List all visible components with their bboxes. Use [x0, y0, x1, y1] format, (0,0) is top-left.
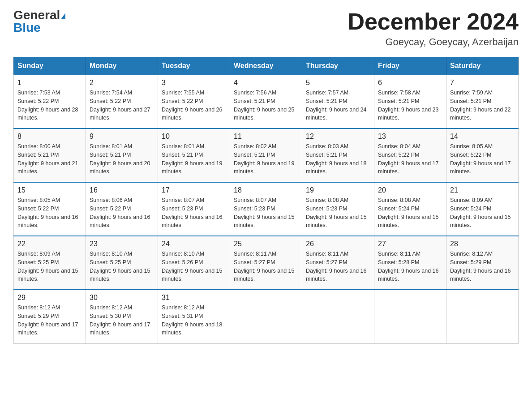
day-info: Sunrise: 8:00 AMSunset: 5:21 PMDaylight:… [17, 142, 82, 176]
table-row [446, 290, 519, 343]
table-row: 16 Sunrise: 8:06 AMSunset: 5:22 PMDaylig… [86, 182, 158, 236]
location-title: Goeycay, Goeycay, Azerbaijan [348, 36, 519, 48]
logo-triangle-icon [61, 13, 65, 19]
table-row: 29 Sunrise: 8:12 AMSunset: 5:29 PMDaylig… [14, 290, 86, 343]
table-row: 1 Sunrise: 7:53 AMSunset: 5:22 PMDayligh… [14, 75, 86, 128]
day-info: Sunrise: 7:55 AMSunset: 5:22 PMDaylight:… [162, 89, 226, 122]
table-row: 21 Sunrise: 8:09 AMSunset: 5:24 PMDaylig… [446, 182, 519, 236]
day-info: Sunrise: 7:59 AMSunset: 5:21 PMDaylight:… [450, 89, 515, 122]
col-monday: Monday [86, 57, 158, 75]
day-info: Sunrise: 8:08 AMSunset: 5:23 PMDaylight:… [306, 196, 370, 230]
table-row [230, 290, 302, 343]
logo-blue: Blue [13, 21, 41, 34]
table-row: 19 Sunrise: 8:08 AMSunset: 5:23 PMDaylig… [302, 182, 374, 236]
col-friday: Friday [374, 57, 446, 75]
day-info: Sunrise: 8:09 AMSunset: 5:24 PMDaylight:… [450, 196, 515, 230]
day-info: Sunrise: 8:08 AMSunset: 5:24 PMDaylight:… [378, 196, 442, 230]
table-row: 8 Sunrise: 8:00 AMSunset: 5:21 PMDayligh… [14, 128, 86, 182]
day-info: Sunrise: 8:11 AMSunset: 5:27 PMDaylight:… [234, 250, 298, 283]
table-row: 11 Sunrise: 8:02 AMSunset: 5:21 PMDaylig… [230, 128, 302, 182]
day-number: 12 [306, 133, 370, 141]
col-saturday: Saturday [446, 57, 519, 75]
day-info: Sunrise: 8:04 AMSunset: 5:22 PMDaylight:… [378, 142, 442, 176]
calendar-header-row: Sunday Monday Tuesday Wednesday Thursday… [14, 57, 519, 75]
col-sunday: Sunday [14, 57, 86, 75]
day-info: Sunrise: 8:06 AMSunset: 5:22 PMDaylight:… [90, 196, 154, 230]
day-number: 10 [162, 133, 226, 141]
day-number: 11 [234, 133, 298, 141]
day-number: 26 [306, 240, 370, 248]
table-row: 18 Sunrise: 8:07 AMSunset: 5:23 PMDaylig… [230, 182, 302, 236]
table-row: 13 Sunrise: 8:04 AMSunset: 5:22 PMDaylig… [374, 128, 446, 182]
day-number: 25 [234, 240, 298, 248]
day-number: 30 [90, 294, 154, 302]
day-info: Sunrise: 7:53 AMSunset: 5:22 PMDaylight:… [17, 89, 82, 122]
day-number: 31 [162, 294, 226, 302]
table-row [374, 290, 446, 343]
table-row: 4 Sunrise: 7:56 AMSunset: 5:21 PMDayligh… [230, 75, 302, 128]
table-row: 23 Sunrise: 8:10 AMSunset: 5:25 PMDaylig… [86, 236, 158, 290]
day-number: 19 [306, 186, 370, 194]
day-info: Sunrise: 8:09 AMSunset: 5:25 PMDaylight:… [17, 250, 82, 283]
day-number: 29 [17, 294, 82, 302]
calendar-week-row: 15 Sunrise: 8:05 AMSunset: 5:22 PMDaylig… [14, 182, 519, 236]
page-header: General Blue December 2024 Goeycay, Goey… [13, 9, 519, 48]
col-wednesday: Wednesday [230, 57, 302, 75]
calendar-week-row: 1 Sunrise: 7:53 AMSunset: 5:22 PMDayligh… [14, 75, 519, 128]
col-thursday: Thursday [302, 57, 374, 75]
day-number: 20 [378, 186, 442, 194]
day-number: 9 [90, 133, 154, 141]
table-row: 5 Sunrise: 7:57 AMSunset: 5:21 PMDayligh… [302, 75, 374, 128]
calendar-week-row: 8 Sunrise: 8:00 AMSunset: 5:21 PMDayligh… [14, 128, 519, 182]
day-number: 24 [162, 240, 226, 248]
table-row: 7 Sunrise: 7:59 AMSunset: 5:21 PMDayligh… [446, 75, 519, 128]
logo-general: General [13, 8, 60, 22]
day-info: Sunrise: 8:05 AMSunset: 5:22 PMDaylight:… [17, 196, 82, 230]
day-info: Sunrise: 8:10 AMSunset: 5:25 PMDaylight:… [90, 250, 154, 283]
logo: General Blue [13, 9, 65, 34]
day-number: 7 [450, 79, 515, 87]
day-info: Sunrise: 8:01 AMSunset: 5:21 PMDaylight:… [90, 142, 154, 176]
table-row: 12 Sunrise: 8:03 AMSunset: 5:21 PMDaylig… [302, 128, 374, 182]
day-number: 2 [90, 79, 154, 87]
table-row: 3 Sunrise: 7:55 AMSunset: 5:22 PMDayligh… [158, 75, 230, 128]
calendar-table: Sunday Monday Tuesday Wednesday Thursday… [13, 57, 519, 344]
day-number: 18 [234, 186, 298, 194]
table-row: 28 Sunrise: 8:12 AMSunset: 5:29 PMDaylig… [446, 236, 519, 290]
day-info: Sunrise: 7:58 AMSunset: 5:21 PMDaylight:… [378, 89, 442, 122]
table-row [302, 290, 374, 343]
table-row: 20 Sunrise: 8:08 AMSunset: 5:24 PMDaylig… [374, 182, 446, 236]
day-number: 13 [378, 133, 442, 141]
day-number: 21 [450, 186, 515, 194]
day-number: 8 [17, 133, 82, 141]
day-info: Sunrise: 8:12 AMSunset: 5:31 PMDaylight:… [162, 304, 226, 337]
day-number: 23 [90, 240, 154, 248]
day-number: 27 [378, 240, 442, 248]
day-info: Sunrise: 7:57 AMSunset: 5:21 PMDaylight:… [306, 89, 370, 122]
calendar-week-row: 29 Sunrise: 8:12 AMSunset: 5:29 PMDaylig… [14, 290, 519, 343]
day-info: Sunrise: 8:02 AMSunset: 5:21 PMDaylight:… [234, 142, 298, 176]
logo-text: General [13, 9, 65, 21]
day-info: Sunrise: 8:11 AMSunset: 5:28 PMDaylight:… [378, 250, 442, 283]
table-row: 17 Sunrise: 8:07 AMSunset: 5:23 PMDaylig… [158, 182, 230, 236]
day-number: 22 [17, 240, 82, 248]
day-info: Sunrise: 8:12 AMSunset: 5:30 PMDaylight:… [90, 304, 154, 337]
table-row: 24 Sunrise: 8:10 AMSunset: 5:26 PMDaylig… [158, 236, 230, 290]
day-info: Sunrise: 8:10 AMSunset: 5:26 PMDaylight:… [162, 250, 226, 283]
month-title: December 2024 [348, 9, 519, 34]
day-number: 15 [17, 186, 82, 194]
table-row: 31 Sunrise: 8:12 AMSunset: 5:31 PMDaylig… [158, 290, 230, 343]
day-number: 4 [234, 79, 298, 87]
calendar-week-row: 22 Sunrise: 8:09 AMSunset: 5:25 PMDaylig… [14, 236, 519, 290]
day-number: 5 [306, 79, 370, 87]
table-row: 30 Sunrise: 8:12 AMSunset: 5:30 PMDaylig… [86, 290, 158, 343]
day-info: Sunrise: 8:01 AMSunset: 5:21 PMDaylight:… [162, 142, 226, 176]
day-info: Sunrise: 8:12 AMSunset: 5:29 PMDaylight:… [17, 304, 82, 337]
table-row: 27 Sunrise: 8:11 AMSunset: 5:28 PMDaylig… [374, 236, 446, 290]
table-row: 26 Sunrise: 8:11 AMSunset: 5:27 PMDaylig… [302, 236, 374, 290]
day-info: Sunrise: 8:12 AMSunset: 5:29 PMDaylight:… [450, 250, 515, 283]
table-row: 22 Sunrise: 8:09 AMSunset: 5:25 PMDaylig… [14, 236, 86, 290]
col-tuesday: Tuesday [158, 57, 230, 75]
table-row: 6 Sunrise: 7:58 AMSunset: 5:21 PMDayligh… [374, 75, 446, 128]
day-info: Sunrise: 7:54 AMSunset: 5:22 PMDaylight:… [90, 89, 154, 122]
